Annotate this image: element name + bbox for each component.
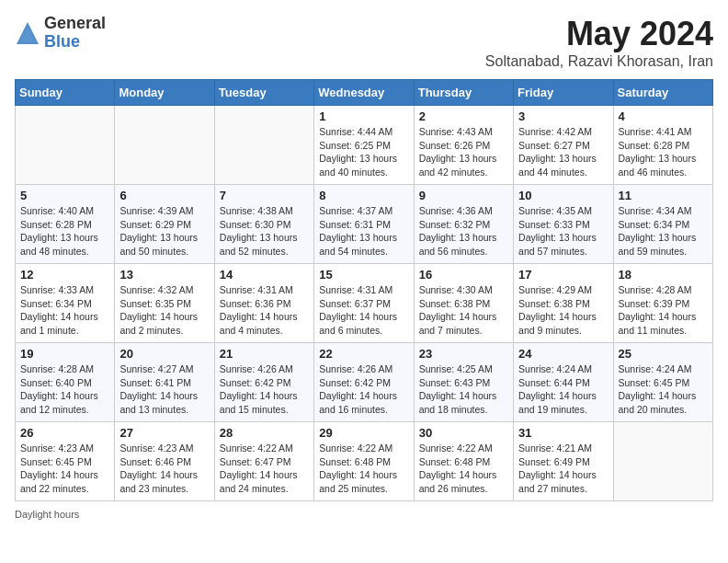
calendar-body: 1Sunrise: 4:44 AM Sunset: 6:25 PM Daylig… [16, 106, 713, 501]
day-info: Sunrise: 4:33 AM Sunset: 6:34 PM Dayligh… [20, 283, 109, 338]
day-number: 11 [619, 189, 708, 202]
page-header: General Blue May 2024 Soltanabad, Razavi… [15, 15, 713, 70]
logo-text: General Blue [44, 15, 106, 52]
day-info: Sunrise: 4:28 AM Sunset: 6:39 PM Dayligh… [619, 283, 708, 338]
day-number: 7 [220, 189, 309, 202]
day-number: 12 [20, 268, 109, 282]
day-info: Sunrise: 4:44 AM Sunset: 6:25 PM Dayligh… [319, 125, 408, 179]
day-info: Sunrise: 4:21 AM Sunset: 6:49 PM Dayligh… [518, 442, 608, 496]
calendar-cell [16, 106, 115, 185]
calendar-cell [613, 422, 712, 501]
calendar-cell: 16Sunrise: 4:30 AM Sunset: 6:38 PM Dayli… [414, 264, 513, 343]
calendar-cell: 15Sunrise: 4:31 AM Sunset: 6:37 PM Dayli… [314, 264, 414, 343]
calendar-cell: 3Sunrise: 4:42 AM Sunset: 6:27 PM Daylig… [514, 106, 613, 185]
day-info: Sunrise: 4:35 AM Sunset: 6:33 PM Dayligh… [518, 204, 608, 259]
day-number: 4 [619, 109, 708, 123]
dow-header-wednesday: Wednesday [314, 80, 414, 106]
calendar-cell: 27Sunrise: 4:23 AM Sunset: 6:46 PM Dayli… [115, 422, 214, 501]
day-number: 9 [419, 189, 508, 202]
day-info: Sunrise: 4:36 AM Sunset: 6:32 PM Dayligh… [419, 204, 508, 259]
day-number: 19 [20, 347, 109, 361]
logo-blue-text: Blue [44, 33, 106, 52]
day-info: Sunrise: 4:28 AM Sunset: 6:40 PM Dayligh… [20, 362, 109, 417]
calendar-week-4: 19Sunrise: 4:28 AM Sunset: 6:40 PM Dayli… [16, 343, 713, 422]
logo-general-text: General [44, 15, 106, 33]
calendar-table: SundayMondayTuesdayWednesdayThursdayFrid… [15, 79, 713, 501]
day-info: Sunrise: 4:39 AM Sunset: 6:29 PM Dayligh… [119, 204, 209, 259]
calendar-cell: 7Sunrise: 4:38 AM Sunset: 6:30 PM Daylig… [214, 185, 313, 264]
calendar-cell: 19Sunrise: 4:28 AM Sunset: 6:40 PM Dayli… [16, 343, 115, 422]
calendar-cell: 9Sunrise: 4:36 AM Sunset: 6:32 PM Daylig… [414, 185, 513, 264]
day-info: Sunrise: 4:43 AM Sunset: 6:26 PM Dayligh… [419, 125, 508, 179]
day-number: 24 [518, 347, 608, 361]
calendar-cell: 30Sunrise: 4:22 AM Sunset: 6:48 PM Dayli… [414, 422, 513, 501]
calendar-cell: 2Sunrise: 4:43 AM Sunset: 6:26 PM Daylig… [414, 106, 513, 185]
calendar-cell: 26Sunrise: 4:23 AM Sunset: 6:45 PM Dayli… [16, 422, 115, 501]
day-info: Sunrise: 4:30 AM Sunset: 6:38 PM Dayligh… [419, 283, 508, 338]
day-number: 29 [319, 426, 408, 440]
day-info: Sunrise: 4:37 AM Sunset: 6:31 PM Dayligh… [319, 204, 408, 259]
days-of-week-header: SundayMondayTuesdayWednesdayThursdayFrid… [16, 80, 713, 106]
calendar-week-5: 26Sunrise: 4:23 AM Sunset: 6:45 PM Dayli… [16, 422, 713, 501]
dow-header-tuesday: Tuesday [214, 80, 313, 106]
calendar-cell: 23Sunrise: 4:25 AM Sunset: 6:43 PM Dayli… [414, 343, 513, 422]
calendar-cell: 22Sunrise: 4:26 AM Sunset: 6:42 PM Dayli… [314, 343, 414, 422]
day-number: 21 [220, 347, 309, 361]
day-info: Sunrise: 4:34 AM Sunset: 6:34 PM Dayligh… [619, 204, 708, 259]
calendar-cell: 17Sunrise: 4:29 AM Sunset: 6:38 PM Dayli… [514, 264, 613, 343]
day-number: 22 [319, 347, 408, 361]
day-number: 18 [619, 268, 708, 282]
day-info: Sunrise: 4:24 AM Sunset: 6:45 PM Dayligh… [619, 362, 708, 417]
day-info: Sunrise: 4:42 AM Sunset: 6:27 PM Dayligh… [518, 125, 608, 179]
day-number: 15 [319, 268, 408, 282]
day-number: 30 [419, 426, 508, 440]
day-number: 14 [220, 268, 309, 282]
day-info: Sunrise: 4:26 AM Sunset: 6:42 PM Dayligh… [319, 362, 408, 417]
day-number: 23 [419, 347, 508, 361]
day-info: Sunrise: 4:31 AM Sunset: 6:37 PM Dayligh… [319, 283, 408, 338]
day-number: 16 [419, 268, 508, 282]
calendar-cell: 13Sunrise: 4:32 AM Sunset: 6:35 PM Dayli… [115, 264, 214, 343]
dow-header-monday: Monday [115, 80, 214, 106]
day-number: 5 [20, 189, 109, 202]
logo-icon [15, 20, 40, 46]
day-number: 2 [419, 109, 508, 123]
calendar-cell: 29Sunrise: 4:22 AM Sunset: 6:48 PM Dayli… [314, 422, 414, 501]
calendar-cell: 31Sunrise: 4:21 AM Sunset: 6:49 PM Dayli… [514, 422, 613, 501]
location-title: Soltanabad, Razavi Khorasan, Iran [485, 53, 713, 70]
calendar-week-1: 1Sunrise: 4:44 AM Sunset: 6:25 PM Daylig… [16, 106, 713, 185]
day-info: Sunrise: 4:41 AM Sunset: 6:28 PM Dayligh… [619, 125, 708, 179]
day-number: 25 [619, 347, 708, 361]
dow-header-saturday: Saturday [613, 80, 712, 106]
calendar-cell: 6Sunrise: 4:39 AM Sunset: 6:29 PM Daylig… [115, 185, 214, 264]
month-title: May 2024 [485, 15, 713, 53]
calendar-cell: 20Sunrise: 4:27 AM Sunset: 6:41 PM Dayli… [115, 343, 214, 422]
day-number: 6 [119, 189, 209, 202]
day-info: Sunrise: 4:29 AM Sunset: 6:38 PM Dayligh… [518, 283, 608, 338]
title-section: May 2024 Soltanabad, Razavi Khorasan, Ir… [485, 15, 713, 70]
day-info: Sunrise: 4:22 AM Sunset: 6:48 PM Dayligh… [419, 442, 508, 496]
day-info: Sunrise: 4:27 AM Sunset: 6:41 PM Dayligh… [119, 362, 209, 417]
day-info: Sunrise: 4:25 AM Sunset: 6:43 PM Dayligh… [419, 362, 508, 417]
calendar-cell: 5Sunrise: 4:40 AM Sunset: 6:28 PM Daylig… [16, 185, 115, 264]
day-number: 17 [518, 268, 608, 282]
day-info: Sunrise: 4:23 AM Sunset: 6:46 PM Dayligh… [119, 442, 209, 496]
day-number: 8 [319, 189, 408, 202]
calendar-cell: 1Sunrise: 4:44 AM Sunset: 6:25 PM Daylig… [314, 106, 414, 185]
calendar-cell: 11Sunrise: 4:34 AM Sunset: 6:34 PM Dayli… [613, 185, 712, 264]
calendar-cell [115, 106, 214, 185]
calendar-cell: 14Sunrise: 4:31 AM Sunset: 6:36 PM Dayli… [214, 264, 313, 343]
day-number: 27 [119, 426, 209, 440]
day-number: 20 [119, 347, 209, 361]
day-info: Sunrise: 4:22 AM Sunset: 6:47 PM Dayligh… [220, 442, 309, 496]
day-info: Sunrise: 4:23 AM Sunset: 6:45 PM Dayligh… [20, 442, 109, 496]
dow-header-sunday: Sunday [16, 80, 115, 106]
day-info: Sunrise: 4:31 AM Sunset: 6:36 PM Dayligh… [220, 283, 309, 338]
day-number: 10 [518, 189, 608, 202]
day-number: 28 [220, 426, 309, 440]
calendar-cell: 25Sunrise: 4:24 AM Sunset: 6:45 PM Dayli… [613, 343, 712, 422]
calendar-cell: 8Sunrise: 4:37 AM Sunset: 6:31 PM Daylig… [314, 185, 414, 264]
calendar-cell: 18Sunrise: 4:28 AM Sunset: 6:39 PM Dayli… [613, 264, 712, 343]
calendar-cell: 24Sunrise: 4:24 AM Sunset: 6:44 PM Dayli… [514, 343, 613, 422]
calendar-cell: 10Sunrise: 4:35 AM Sunset: 6:33 PM Dayli… [514, 185, 613, 264]
